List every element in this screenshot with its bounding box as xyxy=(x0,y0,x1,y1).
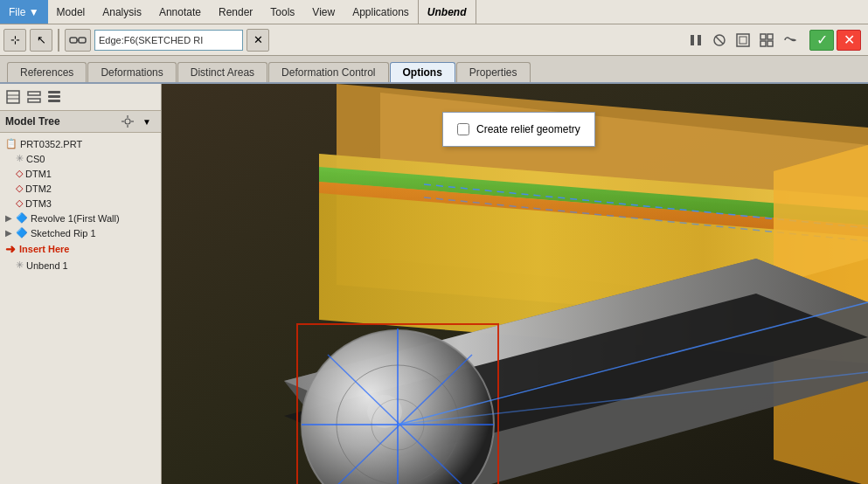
svg-rect-10 xyxy=(767,34,773,39)
file-menu[interactable]: File ▼ xyxy=(0,0,48,24)
svg-rect-1 xyxy=(79,38,86,43)
create-relief-checkbox[interactable] xyxy=(457,123,469,135)
svg-rect-16 xyxy=(28,92,40,95)
toolbar-stop-btn[interactable] xyxy=(709,30,730,51)
toolbar-pause-btn[interactable] xyxy=(685,30,706,51)
svg-point-44 xyxy=(367,395,402,428)
tab-deformations[interactable]: Deformations xyxy=(87,62,176,82)
tree-expand-btn[interactable]: ▼ xyxy=(138,114,156,129)
svg-rect-0 xyxy=(70,38,77,43)
svg-rect-8 xyxy=(740,37,746,44)
options-panel: Create relief geometry xyxy=(442,112,595,147)
create-relief-label: Create relief geometry xyxy=(476,123,580,135)
cs0-icon: ✳ xyxy=(16,153,24,164)
svg-rect-19 xyxy=(48,95,60,98)
svg-rect-17 xyxy=(28,99,40,102)
dtm2-icon: ◇ xyxy=(16,183,23,194)
toolbar-divider xyxy=(58,29,59,52)
cancel-button[interactable]: ✕ xyxy=(837,30,861,51)
insert-arrow-icon: ➜ xyxy=(5,242,16,256)
tab-deformation-control[interactable]: Deformation Control xyxy=(268,62,388,82)
tree-item-dtm3[interactable]: ◇ DTM3 xyxy=(2,196,159,211)
sketchedrip1-icon: 🔷 xyxy=(16,227,28,239)
file-menu-label: File ▼ xyxy=(9,6,39,18)
revolve1-expand: ▶ xyxy=(5,213,16,223)
menu-render[interactable]: Render xyxy=(210,0,261,24)
revolve1-icon: 🔷 xyxy=(16,212,28,224)
toolbar-pointer-btn[interactable]: ⊹ xyxy=(3,29,26,52)
svg-rect-20 xyxy=(48,100,60,102)
menu-applications[interactable]: Applications xyxy=(344,0,418,24)
tree-item-cs0[interactable]: ✳ CS0 xyxy=(2,151,159,166)
menu-unbend[interactable]: Unbend xyxy=(418,0,476,24)
toolbar-infinite-btn[interactable] xyxy=(780,30,801,51)
menu-model[interactable]: Model xyxy=(48,0,94,24)
toolbar-right: ✓ ✕ xyxy=(685,30,861,51)
layer-view-btn[interactable] xyxy=(24,87,44,107)
accept-button[interactable]: ✓ xyxy=(809,30,834,51)
menu-bar: File ▼ Model Analysis Annotate Render To… xyxy=(0,0,868,24)
left-panel: Model Tree ▼ 📋 PRT0352.PRT ✳ CS0 xyxy=(0,84,162,484)
tree-item-dtm2[interactable]: ◇ DTM2 xyxy=(2,181,159,196)
tree-item-sketchedrip1[interactable]: ▶ 🔷 Sketched Rip 1 xyxy=(2,225,159,240)
svg-point-21 xyxy=(125,119,130,124)
svg-rect-12 xyxy=(767,41,773,46)
tree-item-revolve1[interactable]: ▶ 🔷 Revolve 1(First Wall) xyxy=(2,211,159,225)
sketchedrip1-expand: ▶ xyxy=(5,228,16,238)
svg-rect-7 xyxy=(737,34,749,46)
svg-rect-18 xyxy=(48,91,60,93)
dtm3-icon: ◇ xyxy=(16,197,23,209)
tab-properties[interactable]: Properties xyxy=(456,62,531,82)
tree-item-dtm1[interactable]: ◇ DTM1 xyxy=(2,166,159,181)
menu-view[interactable]: View xyxy=(303,0,344,24)
toolbar-edge-input-group xyxy=(94,30,243,51)
tree-content: 📋 PRT0352.PRT ✳ CS0 ◇ DTM1 ◇ DTM2 xyxy=(0,133,161,484)
menu-tools[interactable]: Tools xyxy=(261,0,303,24)
search-view-btn[interactable] xyxy=(45,87,65,107)
main-area: Model Tree ▼ 📋 PRT0352.PRT ✳ CS0 xyxy=(0,84,868,484)
toolbar-view1-btn[interactable] xyxy=(733,30,753,51)
tab-options[interactable]: Options xyxy=(390,62,455,82)
svg-line-6 xyxy=(716,37,723,44)
toolbar-clear-btn[interactable]: ✕ xyxy=(247,29,269,52)
toolbar-chain-btn[interactable] xyxy=(65,29,91,52)
unbend1-icon: ✳ xyxy=(16,259,24,271)
toolbar: ⊹ ↖ ✕ ✓ ✕ xyxy=(0,24,868,56)
model-tree-title: Model Tree xyxy=(5,115,60,128)
tab-bar: References Deformations Distinct Areas D… xyxy=(0,56,868,84)
menu-analysis[interactable]: Analysis xyxy=(94,0,150,24)
tab-references[interactable]: References xyxy=(7,62,87,82)
model-tree-header: Model Tree ▼ xyxy=(0,111,161,133)
toolbar-view2-btn[interactable] xyxy=(756,30,777,51)
tree-item-prt[interactable]: 📋 PRT0352.PRT xyxy=(2,136,159,151)
svg-rect-13 xyxy=(7,91,19,103)
svg-rect-3 xyxy=(691,35,694,45)
model-tree-controls: ▼ xyxy=(119,114,156,129)
toolbar-select-btn[interactable]: ↖ xyxy=(30,29,52,52)
view-icons-bar xyxy=(0,84,161,111)
svg-rect-4 xyxy=(698,35,701,45)
tab-distinct-areas[interactable]: Distinct Areas xyxy=(177,62,267,82)
svg-rect-11 xyxy=(760,41,766,46)
edge-input[interactable] xyxy=(99,35,239,45)
tree-view-btn[interactable] xyxy=(3,87,23,107)
svg-rect-9 xyxy=(760,34,766,39)
dtm1-icon: ◇ xyxy=(16,168,23,179)
prt-icon: 📋 xyxy=(5,138,17,149)
tree-item-insert-here[interactable]: ➜ Insert Here xyxy=(2,240,159,258)
tree-item-unbend1[interactable]: ✳ Unbend 1 xyxy=(2,258,159,273)
tree-settings-btn[interactable] xyxy=(119,114,136,129)
menu-annotate[interactable]: Annotate xyxy=(150,0,210,24)
